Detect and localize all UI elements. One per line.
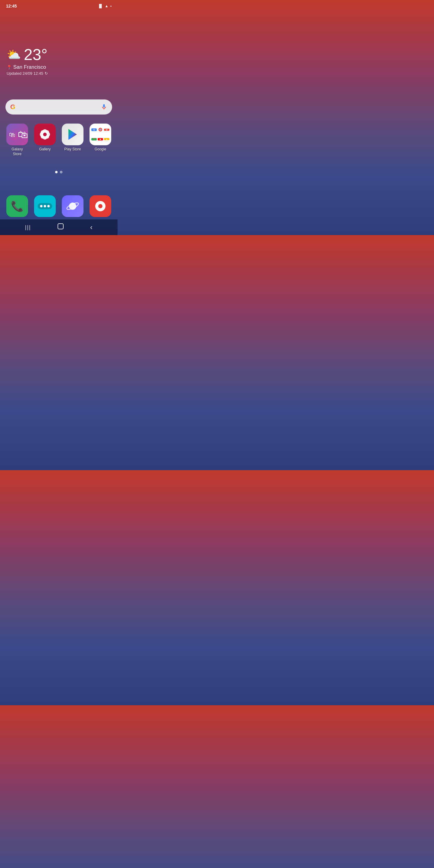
nav-bar: ||| ‹: [0, 219, 118, 235]
app-gallery[interactable]: Gallery: [33, 124, 57, 156]
status-bar: 12:45 ▐▌ ▲ ▪: [0, 0, 118, 8]
dock-phone[interactable]: 📞: [5, 195, 29, 217]
google-search-bar[interactable]: G: [5, 99, 112, 115]
weather-updated: Updated 24/09 12:45 ↻: [7, 71, 48, 76]
svg-point-15: [100, 129, 101, 130]
phone-icon: 📞: [6, 195, 28, 217]
galaxy-store-icon: 🛍: [6, 124, 28, 145]
gallery-icon: [34, 124, 56, 145]
google-folder-icon: G M 📍 ▶ ▲: [90, 124, 111, 145]
google-g-logo: G: [10, 103, 16, 111]
weather-widget[interactable]: ⛅ 23° 📍 San Francisco Updated 24/09 12:4…: [7, 47, 48, 76]
record-icon: [90, 195, 111, 217]
page-dot-2: [60, 171, 62, 173]
signal-icon: ▐▌: [98, 4, 103, 8]
svg-text:🛍: 🛍: [9, 131, 16, 138]
location-pin-icon: 📍: [7, 65, 12, 70]
dock-saturn[interactable]: [61, 195, 85, 217]
weather-location: 📍 San Francisco: [7, 64, 48, 70]
dock-messages[interactable]: [33, 195, 57, 217]
weather-condition-icon: ⛅: [7, 49, 21, 60]
dock: 📞: [0, 195, 118, 217]
google-label: Google: [95, 147, 106, 152]
svg-rect-18: [58, 224, 63, 229]
nav-back-button[interactable]: ‹: [90, 223, 93, 231]
refresh-icon: ↻: [44, 71, 48, 76]
saturn-icon: [62, 195, 84, 217]
gallery-label: Gallery: [39, 147, 51, 152]
page-dot-1: [55, 171, 58, 173]
weather-temperature: 23°: [24, 47, 48, 62]
status-time: 12:45: [6, 4, 17, 8]
app-galaxy-store[interactable]: 🛍 GalaxyStore: [5, 124, 29, 156]
svg-point-11: [43, 133, 47, 136]
messages-icon: [34, 195, 56, 217]
page-indicators: [55, 171, 62, 173]
status-icons: ▐▌ ▲ ▪: [98, 4, 112, 8]
wifi-icon: ▲: [105, 4, 108, 8]
svg-marker-12: [68, 129, 77, 140]
play-store-label: Play Store: [64, 147, 81, 152]
nav-home-button[interactable]: [57, 223, 64, 232]
nav-menu-button[interactable]: |||: [25, 224, 31, 230]
battery-icon: ▪: [110, 4, 112, 8]
dock-record[interactable]: [88, 195, 113, 217]
galaxy-store-label: GalaxyStore: [11, 147, 23, 156]
app-play-store[interactable]: Play Store: [61, 124, 85, 156]
app-grid: 🛍 GalaxyStore Gallery: [0, 124, 118, 156]
play-store-icon: [62, 124, 84, 145]
mic-icon[interactable]: [101, 104, 107, 110]
app-google[interactable]: G M 📍 ▶ ▲ Google: [88, 124, 113, 156]
